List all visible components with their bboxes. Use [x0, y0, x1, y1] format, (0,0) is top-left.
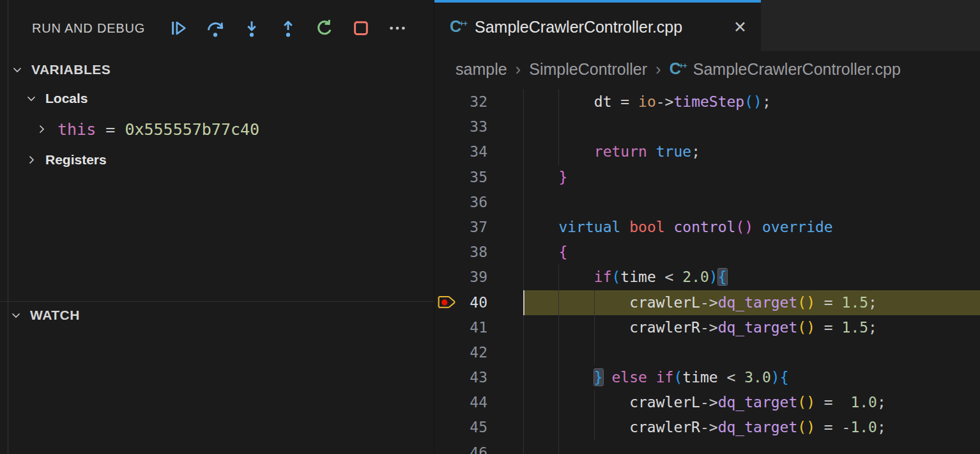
code-token: ->: [700, 319, 718, 336]
indent-guide: [523, 165, 524, 190]
code-line: 39 if(time < 2.0){: [434, 265, 980, 290]
step-into-icon: [242, 19, 261, 38]
code-text: if(time < 2.0){: [523, 269, 727, 285]
stop-button[interactable]: [351, 19, 371, 38]
line-number[interactable]: 39: [434, 265, 523, 290]
line-number[interactable]: 46: [434, 441, 523, 454]
line-number[interactable]: 35: [434, 165, 523, 190]
line-number[interactable]: 42: [434, 340, 523, 365]
watch-section-header[interactable]: WATCH: [0, 302, 434, 329]
code-line: 33: [434, 114, 980, 139]
chevron-down-icon: [10, 309, 22, 321]
step-out-button[interactable]: [279, 19, 298, 38]
code-token: (): [797, 294, 815, 311]
code-token: 1.0: [850, 394, 877, 411]
code-token: crawlerL: [629, 294, 700, 311]
code-token: override: [762, 219, 833, 235]
code-token: ): [771, 369, 780, 386]
code-line-content: virtual bool control() override: [523, 215, 980, 240]
line-number[interactable]: 34: [434, 139, 523, 164]
code-line: 43 } else if(time < 3.0){: [434, 365, 980, 390]
code-token: {: [780, 369, 789, 386]
code-token: dt: [594, 93, 612, 110]
code-token: ;: [868, 319, 877, 336]
code-line: 32 dt = io->timeStep();: [434, 90, 980, 114]
code-token: crawlerR: [629, 319, 700, 336]
code-token: ->: [656, 93, 674, 110]
run-and-debug-title: RUN AND DEBUG: [32, 21, 145, 36]
code-token: (): [744, 93, 762, 110]
step-into-button[interactable]: [242, 19, 261, 38]
line-number[interactable]: 43: [434, 365, 523, 390]
code-line: 42: [434, 340, 980, 365]
code-token: control: [673, 219, 735, 235]
code-text: crawlerL->dq_target() = 1.5;: [523, 294, 877, 311]
code-token: <: [656, 269, 683, 285]
code-line: 36: [434, 190, 980, 215]
tab-title: SampleCrawlerController.cpp: [475, 18, 682, 36]
code-token: dq_target: [718, 394, 798, 411]
code-token: =: [611, 93, 638, 110]
tab-bar: C++ SampleCrawlerController.cpp ✕: [434, 0, 980, 51]
line-number[interactable]: 38: [434, 240, 523, 265]
cpp-file-icon: C++: [670, 61, 687, 78]
code-token: 1.0: [850, 419, 877, 435]
breadcrumb-folder[interactable]: sample: [456, 60, 507, 79]
indent-guide: [558, 390, 559, 415]
continue-button[interactable]: [169, 19, 188, 38]
code-token: time: [620, 269, 655, 285]
registers-tree-item[interactable]: Registers: [0, 145, 434, 175]
indent-guide: [558, 290, 559, 315]
indent-guide: [523, 441, 524, 454]
code-token: bool: [629, 219, 664, 235]
breadcrumb-separator: ›: [655, 59, 661, 79]
indent-guide: [594, 390, 595, 415]
code-token: ;: [868, 294, 877, 311]
breakpoint-current-line-icon[interactable]: [438, 294, 457, 311]
code-token: ;: [877, 419, 886, 435]
this-variable-item[interactable]: this = 0x555557b77c40: [0, 114, 434, 145]
code-token: ;: [762, 93, 771, 110]
code-line-content: crawlerL->dq_target() = 1.5;: [523, 290, 980, 315]
breadcrumb-subfolder[interactable]: SimpleController: [529, 60, 647, 79]
vscode-debug-window: RUN AND DEBUG: [0, 0, 980, 454]
restart-button[interactable]: [315, 19, 334, 38]
variables-section-header[interactable]: VARIABLES: [0, 56, 434, 83]
indent-guide: [594, 415, 595, 440]
line-number[interactable]: 37: [434, 215, 523, 240]
line-number[interactable]: 33: [434, 114, 523, 139]
code-line-content: crawlerR->dq_target() = -1.0;: [523, 415, 980, 440]
line-number[interactable]: 41: [434, 315, 523, 340]
line-number[interactable]: 32: [434, 90, 523, 114]
debug-toolbar: RUN AND DEBUG: [0, 0, 434, 56]
code-token: (): [797, 419, 815, 435]
step-over-button[interactable]: [206, 19, 225, 38]
code-token: crawlerL: [629, 394, 700, 411]
code-text: dt = io->timeStep();: [523, 93, 771, 110]
more-actions-button[interactable]: [388, 19, 407, 38]
code-token: <: [718, 369, 745, 386]
code-text: virtual bool control() override: [523, 219, 833, 235]
line-number[interactable]: 45: [434, 415, 523, 440]
breadcrumb-file[interactable]: SampleCrawlerController.cpp: [693, 60, 901, 79]
code-token: if: [656, 369, 674, 386]
code-line-content: [523, 441, 980, 454]
code-area[interactable]: 32 dt = io->timeStep();3334 return true;…: [434, 88, 980, 454]
indent-guide: [523, 90, 524, 114]
indent-guide: [523, 240, 524, 265]
tab-samplecrawlercontroller[interactable]: C++ SampleCrawlerController.cpp ✕: [434, 0, 761, 51]
indent-guide: [523, 390, 524, 415]
close-icon[interactable]: ✕: [733, 19, 747, 35]
code-line: 45 crawlerR->dq_target() = -1.0;: [434, 415, 980, 440]
code-token: else: [612, 369, 647, 386]
variables-empty-space: [0, 175, 434, 301]
line-number[interactable]: 36: [434, 190, 523, 215]
line-number[interactable]: 40: [434, 290, 523, 315]
code-token: return: [594, 143, 647, 160]
code-line-content: } else if(time < 3.0){: [523, 365, 980, 390]
code-token: {: [558, 244, 567, 260]
line-number[interactable]: 44: [434, 390, 523, 415]
locals-tree-item[interactable]: Locals: [0, 83, 434, 114]
indent-guide: [558, 315, 559, 340]
code-text: {: [523, 244, 567, 260]
